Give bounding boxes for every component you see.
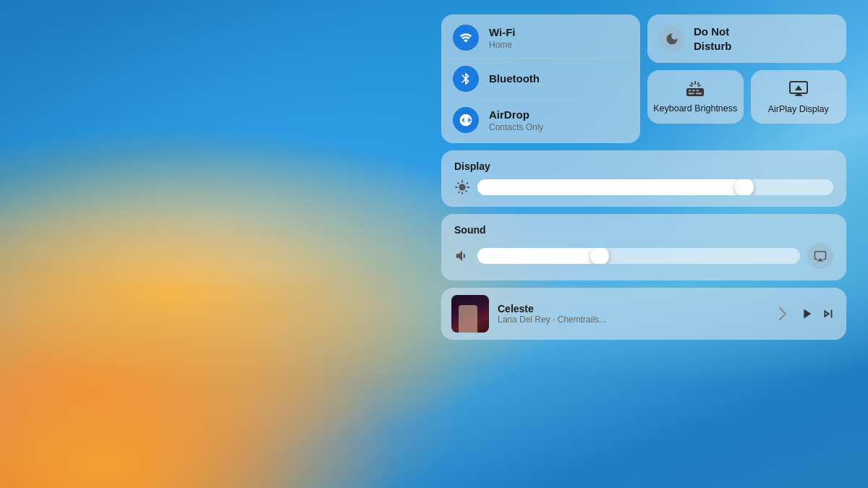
now-playing-controls [799, 306, 836, 322]
wifi-tile[interactable]: Wi-Fi Home [441, 17, 640, 59]
airdrop-status: Contacts Only [489, 122, 543, 132]
sound-airplay-button[interactable] [807, 243, 833, 269]
svg-line-4 [690, 85, 692, 86]
connectivity-group: Wi-Fi Home Bluetooth [441, 14, 640, 143]
keyboard-brightness-tile[interactable]: Keyboard Brightness [647, 70, 744, 124]
dnd-icon-wrap [659, 26, 685, 52]
airdrop-tile[interactable]: AirDrop Contacts Only [441, 100, 640, 140]
control-center: Wi-Fi Home Bluetooth [441, 14, 846, 340]
now-playing-chevron [775, 307, 790, 321]
now-playing-section: Celeste Lana Del Rey · Chemtrails... [441, 288, 846, 340]
wifi-icon [459, 30, 473, 45]
svg-rect-10 [689, 93, 695, 95]
display-label: Display [454, 160, 833, 172]
svg-rect-9 [697, 90, 699, 92]
display-slider-row [454, 179, 833, 195]
display-slider-track[interactable] [477, 179, 833, 195]
bluetooth-text: Bluetooth [489, 72, 540, 85]
svg-rect-14 [796, 93, 801, 95]
skip-forward-button[interactable] [820, 306, 836, 322]
wifi-text: Wi-Fi Home [489, 26, 516, 50]
svg-rect-11 [696, 93, 702, 95]
airdrop-icon [459, 113, 473, 127]
do-not-disturb-tile[interactable]: Do NotDisturb [647, 14, 846, 63]
sound-slider-track[interactable] [477, 248, 800, 264]
wifi-status: Home [489, 40, 516, 50]
sound-label: Sound [454, 224, 833, 236]
brightness-icon [454, 179, 470, 195]
airplay-display-icon [788, 80, 809, 98]
bluetooth-name: Bluetooth [489, 72, 540, 85]
wifi-name: Wi-Fi [489, 26, 516, 39]
bluetooth-icon [459, 72, 473, 86]
album-art [451, 295, 489, 333]
play-button[interactable] [799, 306, 814, 322]
airdrop-text: AirDrop Contacts Only [489, 108, 543, 132]
svg-line-5 [699, 85, 701, 86]
sound-slider-row [454, 243, 833, 269]
airdrop-icon-wrap [453, 107, 479, 133]
airplay-display-tile[interactable]: AirPlay Display [751, 70, 847, 124]
svg-line-3 [698, 83, 699, 85]
svg-rect-7 [689, 90, 692, 92]
svg-rect-15 [795, 95, 802, 96]
now-playing-subtitle: Lana Del Rey · Chemtrails... [498, 314, 767, 325]
now-playing-title: Celeste [498, 303, 767, 314]
svg-rect-8 [692, 90, 695, 92]
dnd-label: Do NotDisturb [694, 25, 732, 53]
keyboard-brightness-icon [685, 81, 705, 97]
small-tiles-group: Keyboard Brightness [647, 70, 846, 124]
wifi-icon-wrap [453, 25, 479, 51]
bluetooth-tile[interactable]: Bluetooth [441, 59, 640, 100]
display-section: Display [441, 150, 846, 207]
volume-icon [454, 248, 470, 264]
airdrop-name: AirDrop [489, 108, 543, 121]
top-grid: Wi-Fi Home Bluetooth [441, 14, 846, 143]
airplay-display-label: AirPlay Display [768, 103, 829, 115]
svg-line-2 [692, 83, 693, 85]
now-playing-info: Celeste Lana Del Rey · Chemtrails... [498, 303, 767, 325]
keyboard-brightness-label: Keyboard Brightness [653, 103, 737, 114]
right-column: Do NotDisturb [647, 14, 846, 143]
sound-section: Sound [441, 214, 846, 281]
svg-marker-13 [795, 85, 802, 90]
moon-icon [665, 32, 679, 46]
svg-rect-6 [686, 88, 704, 96]
bluetooth-icon-wrap [453, 66, 479, 92]
